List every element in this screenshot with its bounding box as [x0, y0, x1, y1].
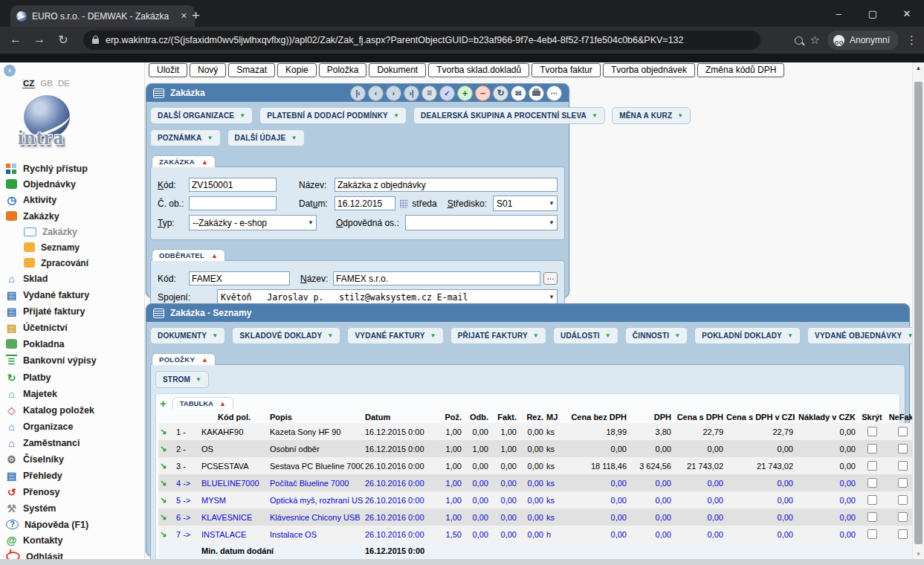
- toolbar-button-9[interactable]: Změna kódů DPH: [697, 63, 784, 77]
- nefakt-checkbox[interactable]: [898, 529, 908, 539]
- stredisko-select[interactable]: S01: [493, 196, 558, 211]
- list-menu-button-6[interactable]: POKLADNÍ DOKLADY▼: [694, 327, 801, 344]
- print-button[interactable]: [529, 85, 544, 101]
- skryt-checkbox[interactable]: [868, 444, 877, 453]
- list-menu-button-7[interactable]: VYDANÉ OBJEDNÁVKY▼: [807, 327, 920, 344]
- skryt-checkbox[interactable]: [868, 495, 877, 505]
- order-menu2-button-0[interactable]: POZNÁMKA▼: [150, 129, 221, 146]
- odpovedna-select[interactable]: [405, 215, 558, 230]
- sidebar-item-zpracovani[interactable]: Zpracování: [0, 255, 144, 271]
- list-menu-button-1[interactable]: SKLADOVÉ DOKLADY▼: [232, 327, 340, 344]
- lang-cz[interactable]: CZ: [22, 79, 35, 88]
- list-records-button[interactable]: ≡: [421, 85, 437, 101]
- refresh-button[interactable]: ↻: [493, 85, 508, 101]
- collapse-triangle-icon[interactable]: ▲: [201, 356, 208, 364]
- kod-input[interactable]: [189, 178, 277, 192]
- item-code[interactable]: PCSESTAVA: [200, 457, 268, 474]
- order-menu-button-0[interactable]: DALŠÍ ORGANIZACE▼: [150, 107, 253, 124]
- more-actions-button[interactable]: ⋯: [546, 85, 562, 101]
- address-bar[interactable]: erp.wakintra.cz/(S(jsfaxidm0wv5ljwlhxqvf…: [83, 30, 760, 50]
- back-icon[interactable]: ←: [7, 33, 24, 46]
- remove-record-button[interactable]: −: [475, 85, 491, 101]
- order-menu-button-3[interactable]: MĚNA A KURZ▼: [612, 107, 691, 124]
- sidebar-item-seznamy[interactable]: Seznamy: [0, 239, 144, 255]
- wak-intra-logo[interactable]: intra: [18, 95, 82, 155]
- skryt-checkbox[interactable]: [868, 427, 877, 436]
- send-mail-button[interactable]: ✉: [511, 85, 526, 101]
- typ-select[interactable]: --Zakázky - e-shop: [189, 215, 317, 230]
- sidebar-item-aktivity[interactable]: ◷Aktivity: [0, 192, 144, 208]
- reload-icon[interactable]: ↻: [55, 33, 71, 47]
- lang-de[interactable]: DE: [58, 79, 70, 88]
- calendar-icon[interactable]: [400, 199, 408, 208]
- expand-arrow-icon[interactable]: ↘: [160, 495, 167, 504]
- sidebar-item-kontakty[interactable]: @Kontakty: [0, 532, 144, 549]
- maximize-button[interactable]: ▢: [856, 0, 890, 27]
- sidebar-item-system[interactable]: ⚒Systém: [0, 500, 144, 517]
- datum-input[interactable]: [335, 196, 395, 210]
- sidebar-item-sklad[interactable]: ⌂Sklad: [0, 271, 144, 287]
- toolbar-button-7[interactable]: Tvorba faktur: [532, 63, 601, 77]
- close-button[interactable]: ✕: [890, 0, 924, 27]
- sidebar-item-majetek[interactable]: ⌂Majetek: [0, 386, 144, 402]
- list-menu-button-5[interactable]: ČINNOSTI▼: [625, 327, 688, 344]
- nefakt-checkbox[interactable]: [898, 444, 908, 453]
- incognito-badge[interactable]: Anonymní: [827, 30, 899, 50]
- toolbar-button-0[interactable]: Uložit: [149, 63, 187, 77]
- collapse-triangle-icon[interactable]: ▲: [219, 400, 226, 407]
- list-menu-button-0[interactable]: DOKUMENTY▼: [150, 327, 225, 344]
- add-record-button[interactable]: +: [457, 85, 473, 101]
- expand-arrow-icon[interactable]: ↘: [160, 427, 167, 436]
- prev-record-button[interactable]: ‹: [368, 85, 384, 101]
- item-code[interactable]: BLUELINE7000: [200, 474, 268, 491]
- bookmark-star-icon[interactable]: ☆: [810, 33, 820, 47]
- add-item-button[interactable]: +: [160, 398, 167, 408]
- sidebar-item-rychly-pristup[interactable]: Rychlý přístup: [0, 161, 144, 176]
- item-code[interactable]: KAKAHF90: [200, 423, 268, 440]
- sidebar-item-napoveda[interactable]: ?Nápověda (F1): [0, 517, 144, 532]
- sidebar-item-zakazky-detail[interactable]: Zakázky: [0, 224, 144, 239]
- expand-arrow-icon[interactable]: ↘: [160, 461, 167, 470]
- scroll-down-icon[interactable]: ▼: [913, 551, 924, 558]
- forward-icon[interactable]: →: [31, 33, 48, 46]
- tab-close-icon[interactable]: ✕: [179, 11, 189, 21]
- scroll-up-icon[interactable]: ▲: [913, 62, 924, 74]
- browser-menu-icon[interactable]: ⋮: [906, 33, 918, 47]
- sidebar-item-katalog-polozek[interactable]: ◇Katalog položek: [0, 402, 144, 419]
- nazev-input[interactable]: [335, 178, 558, 192]
- skryt-checkbox[interactable]: [868, 461, 877, 471]
- sidebar-item-ciselniky[interactable]: ⚙Číselníky: [0, 451, 144, 468]
- lookup-customer-button[interactable]: …: [543, 272, 558, 285]
- sidebar-item-prehledy[interactable]: ▤Přehledy: [0, 468, 144, 484]
- expand-arrow-icon[interactable]: ↘: [160, 444, 167, 453]
- sidebar-item-objednavky[interactable]: Objednávky: [0, 176, 144, 192]
- toolbar-button-1[interactable]: Nový: [190, 63, 226, 77]
- first-record-button[interactable]: |‹: [350, 85, 366, 101]
- page-scrollbar[interactable]: ▲ ▼: [912, 62, 924, 559]
- skryt-checkbox[interactable]: [868, 529, 877, 539]
- scrollbar-thumb[interactable]: [914, 82, 923, 544]
- nefakt-checkbox[interactable]: [898, 461, 908, 471]
- list-menu-button-3[interactable]: PŘIJATÉ FAKTURY▼: [450, 327, 546, 344]
- item-code[interactable]: MYSM: [200, 491, 268, 508]
- sidebar-item-vydane-faktury[interactable]: ▤Vydané faktury: [0, 287, 144, 303]
- nefakt-checkbox[interactable]: [898, 427, 908, 436]
- toolbar-button-6[interactable]: Tvorba sklad.dokladů: [428, 63, 529, 77]
- toolbar-button-4[interactable]: Položka: [319, 63, 367, 77]
- collapse-triangle-icon[interactable]: ▲: [211, 252, 218, 259]
- item-code[interactable]: OS: [200, 440, 268, 457]
- customer-kod-input[interactable]: [189, 271, 290, 285]
- sidebar-item-organizace[interactable]: ⌂Organizace: [0, 419, 144, 435]
- skryt-checkbox[interactable]: [868, 478, 877, 488]
- list-menu-button-4[interactable]: UDÁLOSTI▼: [553, 327, 618, 344]
- cob-input[interactable]: [189, 196, 277, 210]
- new-tab-button[interactable]: +: [192, 8, 200, 22]
- toolbar-button-8[interactable]: Tvorba objednávek: [603, 63, 695, 77]
- order-menu2-button-1[interactable]: DALŠÍ ÚDAJE▼: [227, 129, 305, 146]
- toolbar-button-2[interactable]: Smazat: [228, 63, 275, 77]
- item-code[interactable]: KLAVESNICE: [200, 508, 268, 526]
- order-menu-button-2[interactable]: DEALERSKÁ SKUPINA A PROCENTNÍ SLEVA▼: [413, 107, 605, 124]
- sidebar-item-prijate-faktury[interactable]: ▤Přijaté faktury: [0, 303, 144, 320]
- sidebar-collapse-button[interactable]: ‹: [4, 65, 16, 77]
- nefakt-checkbox[interactable]: [898, 478, 908, 488]
